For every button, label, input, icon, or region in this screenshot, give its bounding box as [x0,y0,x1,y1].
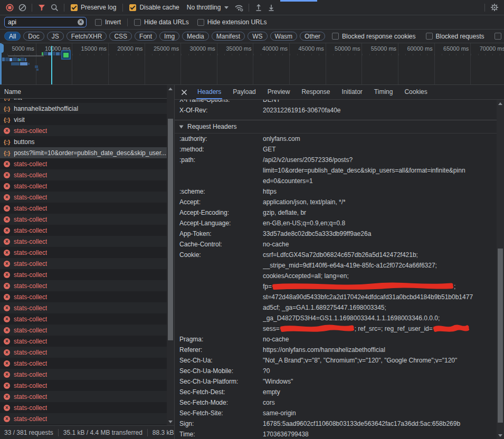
throttling-value: No throttling [187,4,221,11]
scrollbar-thumb[interactable] [168,119,173,340]
timeline-overview[interactable]: 5000 ms10000 ms15000 ms20000 ms25000 ms3… [0,43,504,85]
error-icon: × [4,250,10,256]
request-row[interactable]: ×stats-collect [0,358,167,369]
type-filter-other[interactable]: Other [300,32,325,41]
header-value: https://onlyfans.com/hannahelizabethoffi… [263,345,497,355]
filter-button[interactable] [35,2,48,13]
request-name: stats-collect [14,282,47,290]
request-row[interactable]: ×stats-collect [0,180,167,192]
request-row[interactable]: ×stats-collect [0,402,167,413]
request-row[interactable]: ×stats-collect [0,214,167,225]
request-row[interactable]: ×stats-collect [0,192,167,203]
request-row[interactable]: {:}posts?limit=10&order=publish_date_des… [0,147,167,158]
request-row[interactable]: ×stats-collect [0,325,167,336]
type-filter-doc[interactable]: Doc [23,32,44,41]
request-row[interactable]: ×stats-collect [0,302,167,313]
tab-response[interactable]: Response [296,85,336,99]
header-value-line: gzip, deflate, br [263,207,497,218]
record-button[interactable] [3,2,16,13]
scroll-up-button[interactable] [167,85,174,92]
header-value-line: ?0 [263,366,497,376]
type-filter-font[interactable]: Font [135,32,157,41]
request-row[interactable]: ×stats-collect [0,158,167,169]
request-row[interactable]: ×stats-collect [0,280,167,291]
network-conditions-button[interactable] [233,2,245,13]
close-detail-button[interactable] [177,85,192,99]
request-row[interactable]: ×stats-collect [0,347,167,358]
type-filter-manifest[interactable]: Manifest [212,32,245,41]
type-filter-img[interactable]: Img [159,32,179,41]
scroll-up-button[interactable] [497,100,504,107]
scroll-down-button[interactable] [497,432,504,439]
hide-extension-urls-checkbox[interactable] [197,19,204,26]
request-row[interactable]: ×stats-collect [0,203,167,214]
timeline-cursor [51,46,52,84]
har-import-button[interactable] [252,2,265,13]
hide-data-urls-checkbox[interactable] [134,19,141,26]
timeline-tick: 40000 ms [253,43,290,84]
tab-headers[interactable]: Headers [192,85,227,99]
har-export-button[interactable] [265,2,278,13]
name-column-header[interactable]: Name [0,85,167,99]
search-button[interactable] [48,2,61,13]
request-row[interactable]: ×stats-collect [0,413,167,424]
blocked-requests-checkbox[interactable] [426,33,433,40]
scrollbar-thumb[interactable] [498,249,503,423]
disable-cache-checkbox[interactable] [129,4,136,11]
type-filter-all[interactable]: All [4,32,21,41]
tab-payload[interactable]: Payload [227,85,261,99]
type-filter-bar: AllDocJSFetch/XHRCSSFontImgMediaManifest… [0,30,504,43]
scroll-down-button[interactable] [167,418,174,425]
close-icon [181,89,187,96]
header-value-line: no-cache [263,239,497,250]
request-row[interactable]: ×stats-collect [0,269,167,280]
clear-filter-icon[interactable]: × [78,19,84,25]
request-row[interactable]: {:}init [0,99,167,103]
request-row[interactable]: ×stats-collect [0,247,167,258]
header-value: "Windows" [263,376,497,387]
filter-input[interactable] [4,17,87,27]
request-row[interactable]: ×stats-collect [0,391,167,402]
header-value-line: "Not_A Brand";v="8", "Chromium";v="120",… [263,355,497,366]
request-name: stats-collect [14,260,47,268]
detail-scrollbar[interactable] [497,100,504,439]
type-filter-wasm[interactable]: Wasm [270,32,298,41]
tab-timing[interactable]: Timing [368,85,399,99]
invert-checkbox[interactable] [95,19,102,26]
type-filter-ws[interactable]: WS [248,32,267,41]
request-headers-section-toggle[interactable]: Request Headers [175,120,497,133]
request-row[interactable]: ×stats-collect [0,125,167,136]
overview-grip[interactable] [0,44,4,53]
type-filter-fetch-xhr[interactable]: Fetch/XHR [66,32,107,41]
type-filter-js[interactable]: JS [47,32,64,41]
waterfall-blip [59,52,61,55]
request-row[interactable]: {:}hannahelizabethofficial [0,103,167,114]
header-value-line: 1703636799438 [263,429,497,439]
third-party-requests-checkbox[interactable] [495,33,501,40]
request-row[interactable]: ×stats-collect [0,380,167,391]
tab-preview[interactable]: Preview [262,85,296,99]
throttling-select[interactable]: No throttling [187,4,229,11]
request-row[interactable]: {:}visit [0,114,167,125]
request-row[interactable]: ×stats-collect [0,225,167,236]
request-row[interactable]: ×stats-collect [0,169,167,180]
request-row[interactable]: ×stats-collect [0,258,167,269]
redaction-scribble [433,325,469,332]
tab-initiator[interactable]: Initiator [336,85,368,99]
type-filter-media[interactable]: Media [182,32,209,41]
preserve-log-checkbox[interactable] [71,4,78,11]
header-value: 16785:5aad9602cf110608b03133de563642fac1… [263,418,497,429]
tab-cookies[interactable]: Cookies [398,85,433,99]
request-row[interactable]: ×stats-collect [0,236,167,247]
blocked-response-cookies-checkbox[interactable] [332,33,339,40]
settings-gear-button[interactable] [488,2,501,13]
request-row[interactable]: ×stats-collect [0,313,167,325]
request-row[interactable]: ×stats-collect [0,336,167,347]
request-list-scrollbar[interactable] [167,85,174,425]
request-row[interactable]: ×stats-collect [0,291,167,302]
clear-button[interactable] [16,2,28,13]
request-row[interactable]: {:}buttons [0,136,167,147]
type-filter-css[interactable]: CSS [109,32,132,41]
request-row[interactable]: ×stats-collect [0,369,167,380]
header-row-partial: X-Frame-Options: DENY [175,100,497,105]
